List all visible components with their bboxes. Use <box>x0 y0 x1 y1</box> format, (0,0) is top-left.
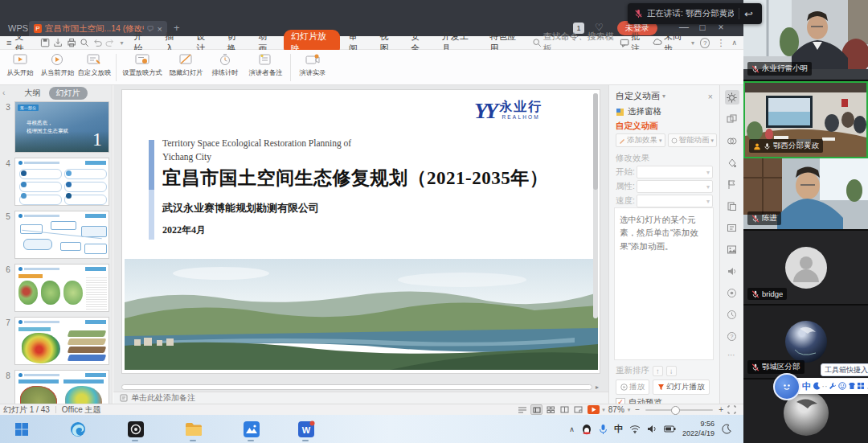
help-icon[interactable]: ? <box>700 38 710 48</box>
ime-punctuation-icon[interactable]: ·· <box>821 382 827 391</box>
custom-show-button[interactable]: 自定义放映 <box>76 53 113 78</box>
ime-emoji-icon[interactable] <box>838 382 846 390</box>
file-explorer-icon[interactable] <box>183 419 203 439</box>
slide-thumbnail-4[interactable] <box>14 158 109 206</box>
reorder-down-button[interactable]: ↓ <box>666 366 677 376</box>
ime-toolbox-grid-icon[interactable] <box>857 382 865 390</box>
ime-indicator[interactable]: 中 <box>614 423 623 435</box>
add-effect-button[interactable]: 添加效果▾ <box>616 133 665 147</box>
horizontal-scrollbar[interactable] <box>121 384 592 390</box>
property-dropdown[interactable]: ▾ <box>637 180 713 193</box>
history-pane-icon[interactable] <box>725 307 739 322</box>
anim-panel-caret-icon[interactable]: ▾ <box>662 92 665 100</box>
play-from-current-button[interactable]: 从当前开始 <box>39 53 76 78</box>
record-pane-icon[interactable] <box>725 285 739 300</box>
tab-slides-active[interactable]: 幻灯片 <box>49 87 88 100</box>
start-dropdown[interactable]: ▾ <box>637 166 713 178</box>
split-view-icon[interactable] <box>559 405 570 414</box>
play-options-caret-icon[interactable]: ▾ <box>602 407 605 413</box>
slide-thumbnail-8[interactable] <box>14 370 109 404</box>
merge-shapes-pane-icon[interactable] <box>725 133 739 148</box>
speaker-notes-button[interactable]: 演讲者备注 <box>244 53 287 78</box>
comment-icon[interactable] <box>620 38 629 48</box>
ime-halfmoon-icon[interactable] <box>813 382 821 390</box>
notes-placeholder[interactable]: 单击此处添加备注 <box>131 392 195 404</box>
fill-pane-icon[interactable] <box>725 155 739 170</box>
qq-tray-icon[interactable] <box>581 423 592 435</box>
quick-access-caret-icon[interactable]: ▾ <box>121 39 124 47</box>
scroll-right-arrow-icon[interactable]: ▸ <box>596 384 599 391</box>
save-icon[interactable] <box>40 38 50 48</box>
shapes-pane-icon[interactable] <box>725 112 739 126</box>
clock[interactable]: 9:56 2022/4/19 <box>682 420 714 438</box>
select-pane-link[interactable]: 选择窗格 <box>628 106 661 117</box>
sync-caret-icon[interactable]: ▾ <box>691 39 694 47</box>
battery-tray-icon[interactable] <box>664 425 676 433</box>
setup-show-button[interactable]: 设置放映方式 <box>120 53 165 78</box>
hide-slide-button[interactable]: 隐藏幻灯片 <box>165 53 207 78</box>
redo-icon[interactable] <box>105 38 115 48</box>
anim-panel-close-icon[interactable]: × <box>708 92 713 101</box>
volume-tray-icon[interactable] <box>647 425 657 433</box>
slide-vertical-scrollbar[interactable] <box>593 93 598 318</box>
image-pane-icon[interactable] <box>725 242 739 256</box>
ime-skin-icon[interactable] <box>848 382 856 390</box>
camera-app-icon[interactable] <box>125 419 145 439</box>
undo-icon[interactable] <box>92 38 102 48</box>
tray-expand-icon[interactable]: ∧ <box>569 425 575 433</box>
start-button[interactable] <box>11 419 31 439</box>
participant-tile-4[interactable]: bridge <box>743 231 868 306</box>
wps-app-icon[interactable]: W <box>296 419 316 439</box>
search-icon[interactable] <box>532 38 542 48</box>
output-icon[interactable] <box>53 38 63 48</box>
animation-pane-icon[interactable] <box>725 90 739 105</box>
zoom-out-icon[interactable]: − <box>635 405 640 414</box>
more-panes-icon[interactable]: ⋯ <box>727 351 736 359</box>
edge-browser-icon[interactable] <box>68 419 88 439</box>
help-pane-icon[interactable]: ? <box>725 329 739 343</box>
fit-slide-icon[interactable] <box>727 405 737 414</box>
notes-toggle-icon[interactable] <box>517 405 527 414</box>
notes-bar[interactable]: 单击此处添加备注 <box>113 392 608 404</box>
reorder-up-button[interactable]: ↑ <box>653 366 663 376</box>
slide-company[interactable]: 武汉永业赛博能规划勘测有限公司 <box>162 201 319 215</box>
ime-chinese-toggle[interactable]: 中 <box>802 382 811 391</box>
collapse-panel-icon[interactable]: ‹ <box>2 88 5 97</box>
participant-tile-2-active[interactable]: 鄂西分部黄政 <box>743 81 868 158</box>
zoom-percent[interactable]: 87% <box>608 405 624 414</box>
preview-icon[interactable] <box>80 38 89 48</box>
more-menu-icon[interactable]: ⋮ <box>716 38 725 48</box>
slide-sorter-icon[interactable] <box>546 405 556 414</box>
slide-thumbnail-5[interactable] <box>14 211 109 259</box>
wifi-tray-icon[interactable] <box>629 425 641 433</box>
sound-pane-icon[interactable] <box>725 264 739 278</box>
normal-view-icon[interactable] <box>530 404 542 415</box>
smart-animation-button[interactable]: 智能动画▾ <box>668 133 718 147</box>
slide-date[interactable]: 2022年4月 <box>162 224 206 237</box>
reading-view-icon[interactable] <box>573 405 583 414</box>
flag-pane-icon[interactable] <box>725 177 739 191</box>
slide-thumbnail-3[interactable]: 第一部分 寻根悉底， 梳理国土生态禀赋 1 <box>14 101 109 153</box>
ime-wrench-icon[interactable] <box>829 382 837 390</box>
voice-input-tray-icon[interactable] <box>599 424 608 435</box>
participant-tile-3[interactable]: 陈进 <box>743 158 868 231</box>
reply-arrow-icon[interactable]: ↩ <box>744 8 753 20</box>
lecture-record-button[interactable]: 演讲实录 <box>294 53 331 78</box>
cloud-sync-icon[interactable] <box>653 38 662 48</box>
print-icon[interactable] <box>67 38 76 48</box>
play-slideshow-button[interactable] <box>588 405 600 414</box>
zoom-slider[interactable] <box>645 409 713 411</box>
play-from-start-button[interactable]: 从头开始 <box>2 53 39 78</box>
tab-outline[interactable]: 大纲 <box>25 88 41 99</box>
zoom-in-icon[interactable]: + <box>719 405 723 414</box>
zoom-caret-icon[interactable]: ▾ <box>628 407 631 413</box>
slide-title-chinese[interactable]: 宜昌市国土空间生态修复规划（2021-2035年） <box>162 166 548 191</box>
slide-photo-panorama[interactable] <box>125 259 598 370</box>
slideshow-play-button[interactable]: 幻灯片播放 <box>653 379 710 395</box>
night-mode-tray-icon[interactable] <box>721 424 731 434</box>
slide-thumbnail-7[interactable] <box>14 317 109 365</box>
slide-canvas[interactable]: YY 永业行 REALHOM Territory Space Ecologica… <box>122 90 600 373</box>
theme-label[interactable]: Office 主题 <box>62 404 101 416</box>
mountain-app-icon[interactable] <box>241 419 261 439</box>
slide-title-english[interactable]: Territory Space Ecological Restoration P… <box>162 137 351 165</box>
